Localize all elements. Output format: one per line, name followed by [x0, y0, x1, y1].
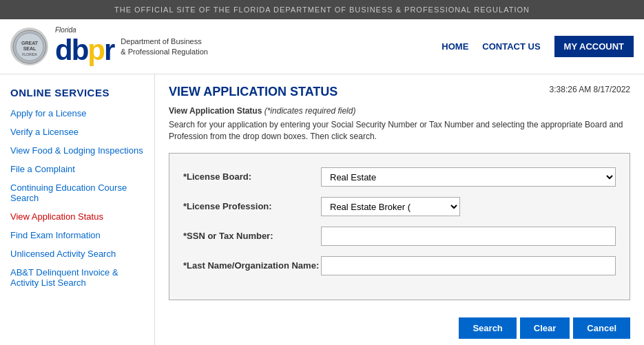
- last-name-field[interactable]: [321, 256, 616, 275]
- contact-link[interactable]: CONTACT US: [482, 41, 540, 52]
- sidebar-item-complaint[interactable]: File a Complaint: [0, 160, 154, 178]
- page-title: VIEW APPLICATION STATUS: [169, 85, 337, 99]
- main-container: ONLINE SERVICES Apply for a License Veri…: [0, 74, 644, 345]
- ssn-field[interactable]: [321, 227, 616, 246]
- form-intro: Search for your application by entering …: [169, 119, 630, 143]
- license-profession-select[interactable]: Real Estate Broker ( Real Estate Sales A…: [321, 197, 460, 216]
- license-board-field[interactable]: Real Estate Construction Industry Medica…: [321, 167, 616, 187]
- header: GREAT SEAL FLORIDA Florida dbpr Departme…: [0, 19, 644, 74]
- form-box: *License Board: Real Estate Construction…: [169, 153, 630, 300]
- form-description: View Application Status (*indicates requ…: [169, 106, 630, 116]
- last-name-row: *Last Name/Organization Name:: [183, 256, 616, 275]
- last-name-label: *Last Name/Organization Name:: [183, 260, 321, 271]
- ssn-row: *SSN or Tax Number:: [183, 227, 616, 246]
- logo-area: GREAT SEAL FLORIDA Florida dbpr Departme…: [10, 26, 442, 67]
- sidebar-item-verify-licensee[interactable]: Verify a Licensee: [0, 123, 154, 141]
- florida-seal: GREAT SEAL FLORIDA: [10, 28, 48, 65]
- sidebar-item-ce-search[interactable]: Continuing Education Course Search: [0, 178, 154, 207]
- search-button[interactable]: Search: [459, 317, 516, 339]
- license-profession-field[interactable]: Real Estate Broker ( Real Estate Sales A…: [321, 197, 616, 216]
- sidebar-item-apply-license[interactable]: Apply for a License: [0, 104, 154, 123]
- svg-text:FLORIDA: FLORIDA: [22, 52, 37, 56]
- sidebar-title: ONLINE SERVICES: [0, 81, 154, 104]
- sidebar-item-food-lodging[interactable]: View Food & Lodging Inspections: [0, 141, 154, 160]
- home-link[interactable]: HOME: [442, 41, 468, 52]
- license-board-label: *License Board:: [183, 171, 321, 182]
- license-profession-row: *License Profession: Real Estate Broker …: [183, 197, 616, 216]
- last-name-input[interactable]: [321, 256, 616, 275]
- sidebar-item-exam-info[interactable]: Find Exam Information: [0, 226, 154, 244]
- nav-links: HOME CONTACT US MY ACCOUNT: [442, 36, 634, 57]
- timestamp: 3:38:26 AM 8/17/2022: [550, 85, 630, 94]
- top-banner: THE OFFICIAL SITE OF THE FLORIDA DEPARTM…: [0, 0, 644, 19]
- license-profession-label: *License Profession:: [183, 201, 321, 211]
- banner-text: THE OFFICIAL SITE OF THE FLORIDA DEPARTM…: [114, 6, 530, 14]
- sidebar: ONLINE SERVICES Apply for a License Veri…: [0, 74, 155, 345]
- dbpr-letters: dbpr: [55, 34, 114, 67]
- ssn-label: *SSN or Tax Number:: [183, 231, 321, 241]
- ssn-input[interactable]: [321, 227, 616, 246]
- license-board-select[interactable]: Real Estate Construction Industry Medica…: [321, 167, 616, 187]
- license-board-row: *License Board: Real Estate Construction…: [183, 167, 616, 187]
- cancel-button[interactable]: Cancel: [573, 317, 630, 339]
- content-area: VIEW APPLICATION STATUS 3:38:26 AM 8/17/…: [155, 74, 644, 345]
- florida-label: Florida: [55, 26, 114, 34]
- sidebar-item-view-status[interactable]: View Application Status: [0, 207, 154, 226]
- sidebar-item-unlicensed[interactable]: Unlicensed Activity Search: [0, 244, 154, 263]
- action-buttons: Search Clear Cancel: [169, 314, 630, 342]
- dept-text: Department of Business & Professional Re…: [121, 36, 208, 56]
- logo-text: Florida dbpr: [55, 26, 114, 67]
- my-account-button[interactable]: MY ACCOUNT: [554, 36, 634, 57]
- svg-text:SEAL: SEAL: [23, 46, 36, 51]
- sidebar-item-abt[interactable]: AB&T Delinquent Invoice & Activity List …: [0, 263, 154, 292]
- clear-button[interactable]: Clear: [520, 317, 570, 339]
- content-header: VIEW APPLICATION STATUS 3:38:26 AM 8/17/…: [169, 85, 630, 99]
- svg-text:GREAT: GREAT: [21, 41, 39, 45]
